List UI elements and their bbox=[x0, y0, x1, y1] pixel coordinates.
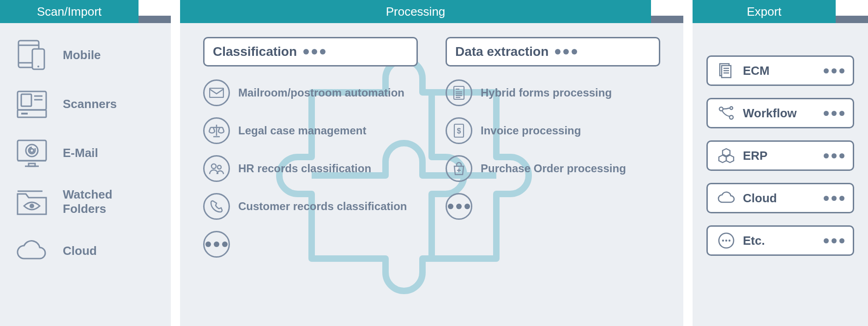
data-extraction-header: Data extraction bbox=[446, 37, 660, 66]
proc-item-more bbox=[203, 231, 418, 258]
export-item-cloud: Cloud bbox=[706, 183, 854, 213]
cloud-small-icon bbox=[716, 188, 736, 208]
svg-point-15 bbox=[26, 145, 38, 157]
export-label: Workflow bbox=[743, 106, 817, 121]
export-column: Export ECM bbox=[693, 0, 868, 326]
scan-import-body: Mobile Scanners bbox=[0, 23, 171, 326]
email-icon bbox=[14, 135, 50, 171]
proc-label: Purchase Order processing bbox=[481, 162, 626, 175]
people-icon bbox=[203, 155, 230, 182]
data-extraction-column: Data extraction Hybrid bbox=[446, 37, 660, 269]
proc-label: Mailroom/postroom automation bbox=[238, 86, 404, 99]
svg-rect-7 bbox=[21, 94, 31, 106]
more-circle-icon bbox=[716, 230, 736, 251]
scan-import-column: Scan/Import Mobile bbox=[0, 0, 171, 326]
more-icon bbox=[824, 111, 844, 116]
header-accent bbox=[836, 16, 868, 23]
svg-point-16 bbox=[30, 149, 34, 152]
proc-label: Legal case management bbox=[238, 124, 366, 137]
more-icon bbox=[824, 238, 844, 243]
scan-label: Cloud bbox=[63, 244, 97, 258]
export-item-workflow: Workflow bbox=[706, 98, 854, 128]
proc-label: Customer records classification bbox=[238, 200, 407, 213]
svg-point-47 bbox=[722, 240, 724, 241]
export-item-ecm: ECM bbox=[706, 55, 854, 86]
processing-header: Processing bbox=[180, 0, 683, 23]
more-icon bbox=[446, 193, 472, 220]
svg-point-23 bbox=[211, 164, 216, 169]
classification-title: Classification bbox=[213, 44, 297, 59]
form-icon bbox=[446, 79, 472, 106]
svg-point-42 bbox=[729, 115, 733, 119]
dollar-icon: $ bbox=[446, 117, 472, 144]
proc-item-customer: Customer records classification bbox=[203, 193, 418, 220]
header-accent bbox=[651, 16, 683, 23]
proc-label: HR records classification bbox=[238, 162, 371, 175]
export-label: ERP bbox=[743, 149, 817, 163]
svg-rect-36 bbox=[722, 66, 731, 78]
scan-item-cloud: Cloud bbox=[14, 233, 157, 269]
export-label: ECM bbox=[743, 64, 817, 78]
more-icon bbox=[303, 49, 326, 54]
cloud-icon bbox=[14, 233, 50, 269]
svg-marker-45 bbox=[726, 155, 734, 163]
scan-item-scanners: Scanners bbox=[14, 86, 157, 122]
scan-label: Scanners bbox=[63, 97, 117, 111]
proc-item-mailroom: Mailroom/postroom automation bbox=[203, 79, 418, 106]
proc-item-invoice: $ Invoice processing bbox=[446, 117, 660, 144]
classification-header: Classification bbox=[203, 37, 418, 66]
processing-title: Processing bbox=[180, 0, 651, 23]
export-label: Cloud bbox=[743, 191, 817, 205]
svg-point-48 bbox=[725, 240, 727, 241]
svg-point-18 bbox=[30, 204, 34, 208]
scan-import-header: Scan/Import bbox=[0, 0, 171, 23]
proc-label: Hybrid forms processing bbox=[481, 86, 612, 99]
workflow-icon bbox=[716, 103, 736, 123]
export-title: Export bbox=[693, 0, 836, 23]
export-item-erp: ERP bbox=[706, 140, 854, 171]
svg-point-49 bbox=[729, 240, 730, 241]
processing-column: Processing Classification bbox=[180, 0, 683, 326]
watched-folders-icon bbox=[14, 184, 50, 220]
proc-item-po: Purchase Order processing bbox=[446, 155, 660, 182]
proc-item-forms: Hybrid forms processing bbox=[446, 79, 660, 106]
processing-columns: Classification Mailroom/postroom automat… bbox=[203, 37, 660, 269]
export-label: Etc. bbox=[743, 234, 817, 248]
more-icon bbox=[824, 68, 844, 73]
proc-item-hr: HR records classification bbox=[203, 155, 418, 182]
scan-item-mobile: Mobile bbox=[14, 37, 157, 73]
more-icon bbox=[555, 49, 577, 54]
more-icon bbox=[203, 231, 230, 258]
proc-item-more bbox=[446, 193, 660, 220]
classification-column: Classification Mailroom/postroom automat… bbox=[203, 37, 418, 269]
export-body: ECM Workflow bbox=[693, 23, 868, 326]
proc-item-legal: Legal case management bbox=[203, 117, 418, 144]
phone-icon bbox=[203, 193, 230, 220]
bag-icon bbox=[446, 155, 472, 182]
scan-label: E-Mail bbox=[63, 146, 98, 160]
proc-label: Invoice processing bbox=[481, 124, 581, 137]
scales-icon bbox=[203, 117, 230, 144]
svg-text:$: $ bbox=[457, 127, 461, 135]
data-extraction-title: Data extraction bbox=[455, 44, 549, 59]
scan-item-email: E-Mail bbox=[14, 135, 157, 171]
svg-point-4 bbox=[37, 66, 39, 67]
svg-rect-10 bbox=[21, 113, 28, 115]
scan-label: Mobile bbox=[63, 48, 101, 62]
erp-icon bbox=[716, 145, 736, 166]
svg-point-40 bbox=[719, 107, 723, 111]
scan-item-watched-folders: Watched Folders bbox=[14, 184, 157, 220]
mobile-icon bbox=[14, 37, 50, 73]
export-header: Export bbox=[693, 0, 868, 23]
export-item-etc: Etc. bbox=[706, 225, 854, 256]
scanner-icon bbox=[14, 86, 50, 122]
scan-label: Watched Folders bbox=[63, 187, 157, 216]
svg-marker-43 bbox=[723, 149, 730, 156]
header-accent bbox=[139, 16, 171, 23]
more-icon bbox=[824, 153, 844, 158]
svg-marker-44 bbox=[719, 155, 726, 163]
svg-rect-11 bbox=[18, 140, 46, 161]
processing-body: Classification Mailroom/postroom automat… bbox=[180, 23, 683, 326]
more-icon bbox=[824, 196, 844, 201]
svg-point-41 bbox=[730, 107, 733, 109]
